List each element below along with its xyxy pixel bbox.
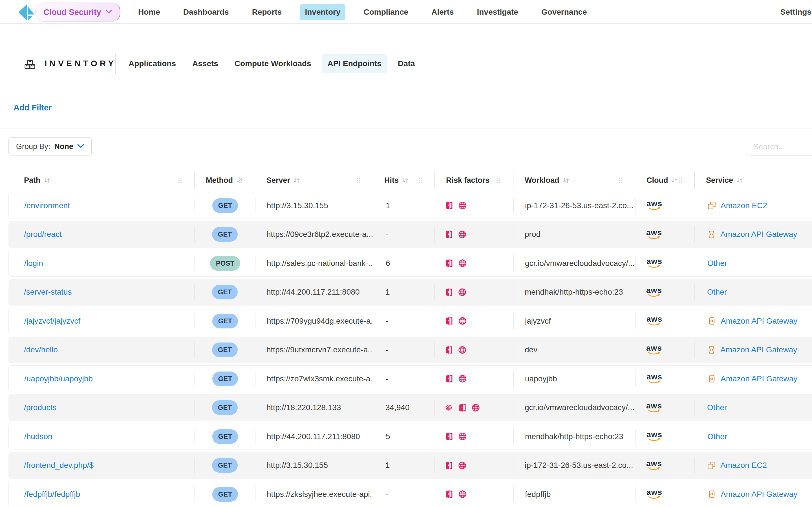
endpoint-path-link[interactable]: /login [24,259,43,268]
drag-handle-icon[interactable] [239,177,243,184]
risk-factors-cell [435,337,513,363]
endpoint-path-link[interactable]: /hudson [24,432,52,441]
nav-item-settings[interactable]: Settings [780,0,811,24]
tab-assets[interactable]: Assets [187,54,224,73]
table-row[interactable]: /products GET http://18.220.128.133 34,9… [8,394,812,421]
nav-item-reports[interactable]: Reports [247,4,287,20]
table-row[interactable]: /hudson GET http://44.200.117.211:8080 5… [8,423,812,450]
nav-item-investigate[interactable]: Investigate [472,4,523,20]
sort-icon[interactable] [736,177,744,184]
service-link[interactable]: Amazon API Gateway [721,374,797,383]
server-text: http://18.220.128.133 [266,403,341,412]
table-header-row: Path Method Server Hits Risk factors Wor… [8,168,812,192]
service-link[interactable]: Other [707,432,727,441]
service-link[interactable]: Amazon API Gateway [720,345,797,354]
hits-value: 1 [385,288,390,297]
search-input[interactable] [746,138,812,156]
open-door-icon [444,461,453,470]
tab-data[interactable]: Data [392,54,421,73]
open-door-icon [445,432,453,441]
inventory-section-header: INVENTORY Applications Assets Compute Wo… [0,53,812,77]
sort-icon[interactable] [671,177,678,184]
add-filter-link[interactable]: Add Filter [13,103,52,112]
tab-api-endpoints[interactable]: API Endpoints [322,54,387,73]
table-row[interactable]: /login POST http://sales.pc-national-ban… [8,250,812,277]
globe-icon [458,317,467,325]
risk-factors-cell [435,221,513,248]
open-door-icon [445,259,453,268]
table-row[interactable]: /environment GET http://3.15.30.155 1 ip… [8,192,812,219]
service-link[interactable]: Other [707,259,727,268]
nav-item-inventory[interactable]: Inventory [300,4,345,20]
endpoint-path-link[interactable]: /frontend_dev.php/$ [24,461,94,470]
hits-value: - [385,317,388,326]
drag-handle-icon[interactable] [356,177,361,184]
nav-item-home[interactable]: Home [133,4,165,20]
service-link[interactable]: Other [707,403,727,412]
workload-text: dev [525,345,538,354]
endpoint-path-link[interactable]: /environment [24,201,70,210]
group-by-label: Group By: [16,142,50,151]
drag-handle-icon[interactable] [178,177,182,184]
aws-word: aws [647,431,662,438]
service-link[interactable]: Amazon API Gateway [721,317,797,326]
drag-handle-icon[interactable] [619,177,623,184]
table-body: /environment GET http://3.15.30.155 1 ip… [8,192,812,507]
tab-compute-workloads[interactable]: Compute Workloads [229,54,317,73]
nav-item-dashboards[interactable]: Dashboards [178,4,234,20]
open-door-icon [445,201,453,210]
endpoint-path-link[interactable]: /prod/react [24,230,62,239]
sort-icon[interactable] [43,177,51,184]
endpoint-path-link[interactable]: /jajyzvcf/jajyzvcf [24,317,80,326]
drag-handle-icon[interactable] [497,177,501,184]
globe-icon [458,490,467,499]
method-badge: POST [210,256,240,271]
endpoint-path-link[interactable]: /server-status [24,288,72,297]
service-link[interactable]: Amazon API Gateway [720,230,797,239]
column-label: Server [266,176,290,185]
service-link[interactable]: Amazon API Gateway [721,490,797,499]
hits-value: 1 [385,201,390,210]
endpoint-path-link[interactable]: /uapoyjbb/uapoyjbb [24,374,93,383]
product-switcher[interactable]: Cloud Security [35,3,120,22]
sort-icon[interactable] [402,177,409,184]
endpoint-path-link[interactable]: /products [24,403,56,412]
table-row[interactable]: /server-status GET http://44.200.117.211… [8,279,812,305]
aws-logo-icon: aws [645,460,663,471]
server-text: http://3.15.30.155 [266,461,328,470]
page-title: INVENTORY [45,59,116,68]
tab-applications[interactable]: Applications [123,54,182,73]
table-row[interactable]: /fedpffjb/fedpffjb GET https://zkslsyjhe… [8,481,812,507]
drag-handle-icon[interactable] [418,177,422,184]
endpoint-path-link[interactable]: /fedpffjb/fedpffjb [24,490,80,499]
nav-item-compliance[interactable]: Compliance [358,4,413,20]
service-link[interactable]: Amazon EC2 [720,461,767,470]
column-header-risk-factors: Risk factors [435,168,513,192]
aws-word: aws [646,460,662,467]
aws-logo-icon: aws [645,402,663,413]
service-link[interactable]: Amazon EC2 [721,201,767,210]
nav-item-alerts[interactable]: Alerts [426,4,459,20]
workload-text: ip-172-31-26-53.us-east-2.co... [525,201,633,210]
group-by-dropdown[interactable]: Group By: None [8,137,92,156]
server-text: https://709ygu94dg.execute-a... [267,317,373,326]
aws-logo-icon: aws [645,229,663,240]
aws-logo-icon: aws [646,431,663,442]
column-label: Workload [525,176,559,185]
server-text: https://09ce3r6tp2.execute-a... [266,230,373,239]
table-row[interactable]: /jajyzvcf/jajyzvcf GET https://709ygu94d… [8,307,812,334]
workload-text: gcr.io/vmwarecloudadvocacy/... [525,259,635,268]
nav-item-governance[interactable]: Governance [536,4,592,20]
table-row[interactable]: /prod/react GET https://09ce3r6tp2.execu… [8,221,812,248]
table-row[interactable]: /frontend_dev.php/$ GET http://3.15.30.1… [8,452,812,479]
workload-text: fedpffjb [525,490,551,499]
endpoint-path-link[interactable]: /dev/hello [24,345,58,354]
hits-value: 1 [385,461,390,470]
server-text: https://9utxmcrvn7.execute-a... [266,345,373,354]
table-row[interactable]: /dev/hello GET https://9utxmcrvn7.execut… [8,337,812,363]
table-row[interactable]: /uapoyjbb/uapoyjbb GET https://zo7wlx3sm… [8,365,812,392]
sort-icon[interactable] [562,177,570,184]
drag-handle-icon[interactable] [678,177,682,184]
sort-icon[interactable] [293,177,301,184]
service-link[interactable]: Other [707,288,727,297]
